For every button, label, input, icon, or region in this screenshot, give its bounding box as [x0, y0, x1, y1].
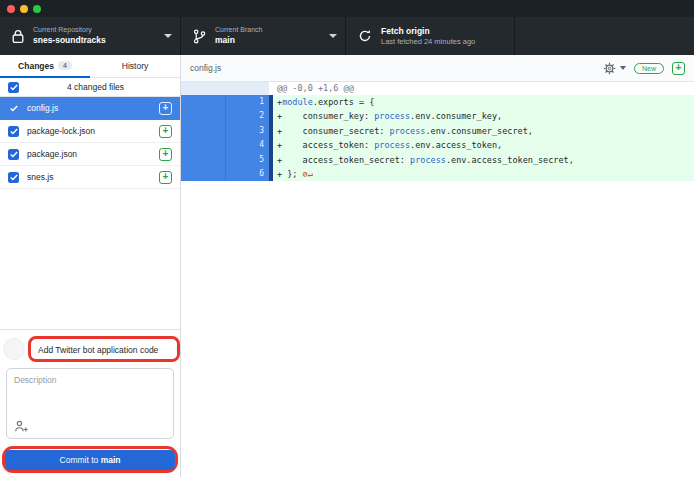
toolbar: Current Repository snes-soundtracks Curr… [0, 17, 694, 55]
hunk-header-text: @@ -0,0 +1,6 @@ [269, 82, 694, 95]
branch-label: Current Branch [215, 26, 325, 35]
add-coauthor-button[interactable] [14, 420, 29, 433]
diff-gutter-old[interactable] [181, 138, 225, 152]
diff-line-3: 3+ consumer_secret: process.env.consumer… [181, 124, 694, 138]
check-icon [10, 174, 18, 181]
diff-body: @@ -0,0 +1,6 @@ 1+module.exports = { 2+ … [181, 82, 694, 477]
check-icon [10, 84, 18, 91]
expand-diff-button[interactable]: + [672, 62, 685, 75]
file-name: snes.js [27, 172, 159, 182]
diff-code: +module.exports = { [273, 95, 694, 109]
diff-gutter-old[interactable] [181, 167, 225, 181]
tab-history[interactable]: History [90, 55, 180, 78]
hunk-header-line: @@ -0,0 +1,6 @@ [181, 82, 694, 95]
annotation-highlight-summary [28, 336, 180, 363]
sidebar-empty-area [0, 189, 180, 329]
plus-square-icon: + [159, 148, 172, 161]
gear-icon [603, 62, 616, 75]
titlebar [0, 0, 694, 17]
person-add-icon [14, 420, 29, 433]
commit-summary-input[interactable] [31, 340, 177, 359]
diff-line-number[interactable]: 2 [225, 109, 269, 123]
close-window-button[interactable] [7, 5, 15, 13]
file-name: package.json [27, 149, 159, 159]
tab-changes-label: Changes [18, 61, 54, 71]
diff-code: + consumer_key: process.env.consumer_key… [273, 109, 694, 123]
chevron-down-icon [329, 34, 337, 38]
file-name: config.js [27, 103, 159, 113]
diff-code: + access_token: process.env.access_token… [273, 138, 694, 152]
toolbar-empty-area [515, 17, 694, 55]
diff-line-number[interactable]: 3 [225, 124, 269, 138]
diff-line-4: 4+ access_token: process.env.access_toke… [181, 138, 694, 152]
changed-files-header: 4 changed files [0, 78, 180, 97]
diff-gutter-old[interactable] [181, 109, 225, 123]
check-icon [10, 151, 18, 158]
diff-line-number[interactable]: 1 [225, 95, 269, 109]
git-branch-icon [193, 29, 206, 44]
sidebar-tabs: Changes 4 History [0, 55, 180, 78]
diff-gutter-old[interactable] [181, 124, 225, 138]
chevron-down-icon [620, 66, 626, 70]
diff-pane: config.js New + @@ -0,0 +1,6 @@ 1+module… [181, 55, 694, 477]
diff-gutter-old[interactable] [181, 153, 225, 167]
file-row-package-lock-json[interactable]: package-lock.json + [0, 120, 180, 143]
changes-count-badge: 4 [58, 61, 72, 70]
diff-line-6: 6+ }; ⊘↵ [181, 167, 694, 181]
file-checkbox[interactable] [8, 172, 19, 183]
diff-line-1: 1+module.exports = { [181, 95, 694, 109]
current-branch-dropdown[interactable]: Current Branch main [181, 17, 346, 55]
file-row-config-js[interactable]: config.js + [0, 97, 180, 120]
github-desktop-window: Current Repository snes-soundtracks Curr… [0, 0, 694, 477]
diff-header: config.js New + [181, 55, 694, 82]
file-name: package-lock.json [27, 126, 159, 136]
file-row-snes-js[interactable]: snes.js + [0, 166, 180, 189]
fetch-origin-button[interactable]: Fetch origin Last fetched 24 minutes ago [346, 17, 515, 55]
changed-files-count: 4 changed files [19, 82, 172, 92]
repository-name: snes-soundtracks [33, 35, 160, 46]
annotation-highlight-commit-button: Commit to main [2, 446, 178, 473]
plus-square-icon: + [159, 171, 172, 184]
minimize-window-button[interactable] [20, 5, 28, 13]
main-area: Changes 4 History 4 changed files config… [0, 55, 694, 477]
chevron-down-icon [164, 34, 172, 38]
tab-history-label: History [122, 61, 148, 71]
lock-icon [12, 29, 24, 44]
fetch-title: Fetch origin [381, 26, 506, 37]
commit-form: Commit to main [0, 329, 180, 477]
repository-label: Current Repository [33, 26, 160, 35]
select-all-checkbox[interactable] [8, 82, 19, 93]
fetch-subtitle: Last fetched 24 minutes ago [381, 37, 506, 46]
sync-icon [358, 29, 372, 43]
plus-square-icon: + [159, 102, 172, 115]
sidebar: Changes 4 History 4 changed files config… [0, 55, 181, 477]
file-row-package-json[interactable]: package.json + [0, 143, 180, 166]
diff-options-button[interactable] [603, 62, 626, 75]
hunk-gutter [181, 82, 269, 95]
file-checkbox[interactable] [8, 103, 19, 114]
current-repository-dropdown[interactable]: Current Repository snes-soundtracks [0, 17, 181, 55]
new-file-badge: New [634, 63, 664, 74]
diff-code: + }; ⊘↵ [273, 167, 694, 181]
check-icon [10, 105, 18, 112]
diff-line-5: 5+ access_token_secret: process.env.acce… [181, 153, 694, 167]
tab-changes[interactable]: Changes 4 [0, 55, 90, 78]
diff-code: + consumer_secret: process.env.consumer_… [273, 124, 694, 138]
avatar [3, 338, 25, 360]
diff-line-2: 2+ consumer_key: process.env.consumer_ke… [181, 109, 694, 123]
plus-square-icon: + [159, 125, 172, 138]
zoom-window-button[interactable] [33, 5, 41, 13]
diff-line-number[interactable]: 6 [225, 167, 269, 181]
diff-line-number[interactable]: 4 [225, 138, 269, 152]
diff-file-title: config.js [190, 63, 603, 73]
diff-gutter-old[interactable] [181, 95, 225, 109]
commit-branch-name: main [101, 455, 121, 465]
diff-code: + access_token_secret: process.env.acces… [273, 153, 694, 167]
commit-to-main-button[interactable]: Commit to main [5, 450, 175, 470]
file-checkbox[interactable] [8, 149, 19, 160]
diff-line-number[interactable]: 5 [225, 153, 269, 167]
commit-description-box [6, 368, 174, 439]
commit-description-input[interactable] [7, 369, 173, 421]
file-checkbox[interactable] [8, 126, 19, 137]
check-icon [10, 128, 18, 135]
